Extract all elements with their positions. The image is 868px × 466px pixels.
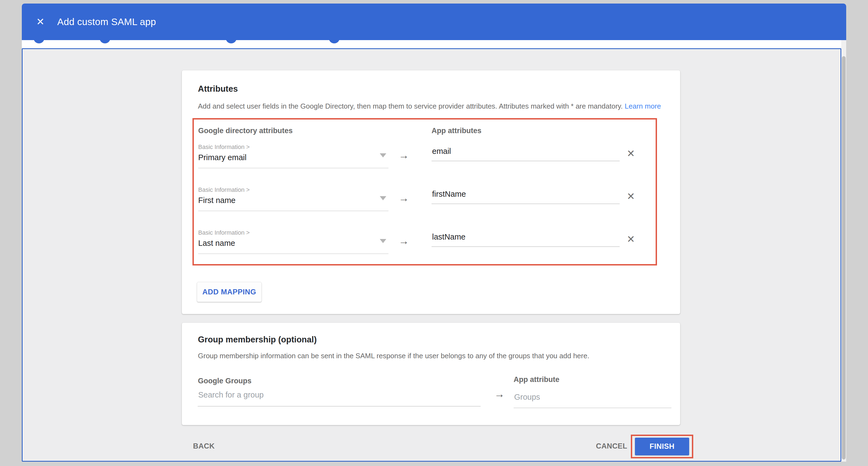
attributes-description: Add and select user fields in the Google…	[198, 102, 661, 111]
attributes-card: Attributes Add and select user fields in…	[182, 70, 680, 314]
remove-mapping-icon[interactable]: ✕	[627, 234, 635, 245]
app-attribute-input-2[interactable]	[432, 190, 620, 204]
attributes-title: Attributes	[198, 84, 238, 94]
google-directory-attributes-header: Google directory attributes	[198, 126, 293, 135]
directory-attribute-select-3[interactable]: Basic Information > Last name	[198, 229, 389, 254]
remove-mapping-icon[interactable]: ✕	[627, 148, 635, 159]
app-attribute-label: App attribute	[514, 375, 559, 384]
arrow-right-icon: →	[399, 192, 409, 204]
google-groups-label: Google Groups	[198, 377, 252, 385]
group-app-attribute-field	[514, 392, 672, 408]
dropdown-caret-icon	[380, 153, 386, 157]
attribute-category-label: Basic Information >	[198, 143, 389, 151]
mapping-row-last-name: Basic Information > Last name → ✕	[198, 229, 651, 271]
attribute-field-value: Primary email	[198, 153, 389, 162]
app-attribute-field-2	[432, 190, 620, 204]
mapping-row-first-name: Basic Information > First name → ✕	[198, 186, 651, 229]
wizard-content: Attributes Add and select user fields in…	[22, 48, 841, 462]
directory-attribute-select-2[interactable]: Basic Information > First name	[198, 186, 389, 211]
group-search-input[interactable]	[198, 390, 480, 407]
add-mapping-button[interactable]: ADD MAPPING	[197, 282, 262, 302]
group-membership-card: Group membership (optional) Group member…	[182, 323, 680, 425]
mapping-annotation-box: Google directory attributes App attribut…	[192, 118, 657, 265]
attribute-category-label: Basic Information >	[198, 186, 389, 194]
app-attribute-input-1[interactable]	[432, 147, 620, 161]
arrow-right-icon: →	[399, 235, 409, 247]
attribute-field-value: First name	[198, 196, 389, 205]
attributes-description-text: Add and select user fields in the Google…	[198, 102, 625, 110]
group-app-attribute-input[interactable]	[514, 392, 672, 408]
mapping-row-primary-email: Basic Information > Primary email → ✕	[198, 143, 651, 186]
cancel-button[interactable]: CANCEL	[596, 442, 627, 450]
group-search-field	[198, 390, 480, 407]
back-button[interactable]: BACK	[193, 442, 215, 450]
dropdown-caret-icon	[380, 196, 386, 200]
app-attribute-field-1	[432, 147, 620, 161]
arrow-right-icon: →	[399, 149, 409, 161]
attribute-category-label: Basic Information >	[198, 229, 389, 236]
app-attributes-header: App attributes	[432, 126, 482, 135]
finish-button[interactable]: FINISH	[635, 438, 689, 455]
remove-mapping-icon[interactable]: ✕	[627, 191, 635, 202]
dialog-title: Add custom SAML app	[57, 17, 156, 27]
mapping-rows: Basic Information > Primary email → ✕ Ba…	[198, 143, 651, 271]
group-membership-description: Group membership information can be sent…	[198, 352, 589, 360]
arrow-right-icon: →	[494, 388, 505, 400]
learn-more-link[interactable]: Learn more	[625, 102, 661, 110]
close-icon[interactable]: ✕	[34, 16, 46, 28]
directory-attribute-select-1[interactable]: Basic Information > Primary email	[198, 143, 389, 168]
scrollbar-thumb[interactable]	[842, 56, 846, 460]
dialog-header: ✕ Add custom SAML app	[22, 4, 846, 40]
dropdown-caret-icon	[380, 239, 386, 243]
app-attribute-input-3[interactable]	[432, 232, 620, 247]
attribute-field-value: Last name	[198, 239, 389, 248]
group-membership-title: Group membership (optional)	[198, 335, 317, 345]
app-attribute-field-3	[432, 232, 620, 247]
finish-annotation-box: FINISH	[631, 435, 693, 458]
